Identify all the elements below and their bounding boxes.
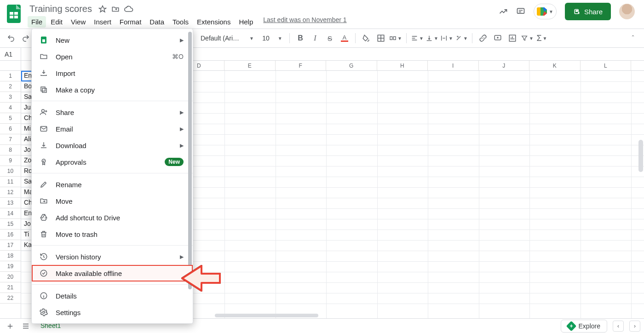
sheets-logo-icon[interactable] xyxy=(6,3,22,25)
collapse-toolbar-button[interactable]: ˆ xyxy=(627,32,639,45)
scroll-sheet-right[interactable]: › xyxy=(629,321,640,332)
redo-button[interactable] xyxy=(19,32,32,45)
file-menu-make-available-offline[interactable]: Make available offline xyxy=(32,265,193,281)
row-header-17[interactable]: 17 xyxy=(0,240,21,251)
insert-link-button[interactable] xyxy=(477,32,489,45)
font-family-select[interactable]: Default (Ari…▼ xyxy=(197,32,258,45)
menu-tools[interactable]: Tools xyxy=(169,16,192,28)
column-header-E[interactable]: E xyxy=(224,61,276,70)
row-header-1[interactable]: 1 xyxy=(0,71,21,81)
row-header-8[interactable]: 8 xyxy=(0,145,21,155)
row-headers[interactable]: 12345678910111213141516171819202122 xyxy=(0,71,21,318)
vertical-align-button[interactable]: ▼ xyxy=(426,32,438,45)
merge-cells-button[interactable]: ▼ xyxy=(389,32,402,45)
menu-help[interactable]: Help xyxy=(235,16,257,28)
row-header-15[interactable]: 15 xyxy=(0,219,21,230)
present-meet-button[interactable]: ▼ xyxy=(534,4,557,19)
move-icon[interactable] xyxy=(111,5,120,13)
file-menu-share[interactable]: Share▶ xyxy=(32,104,193,121)
select-all-corner[interactable] xyxy=(0,61,21,71)
bold-button[interactable]: B xyxy=(294,32,307,45)
row-header-16[interactable]: 16 xyxy=(0,230,21,240)
file-menu-details[interactable]: Details xyxy=(32,287,193,304)
file-menu-download[interactable]: Download▶ xyxy=(32,137,193,154)
column-header-G[interactable]: G xyxy=(326,61,377,70)
functions-button[interactable]: Σ▼ xyxy=(535,32,548,45)
menu-data[interactable]: Data xyxy=(146,16,168,28)
menu-format[interactable]: Format xyxy=(116,16,145,28)
menu-insert[interactable]: Insert xyxy=(90,16,115,28)
row-header-12[interactable]: 12 xyxy=(0,187,21,198)
horizontal-scrollbar-thumb[interactable] xyxy=(215,314,318,317)
file-menu-make-a-copy[interactable]: Make a copy xyxy=(32,81,193,98)
vertical-scrollbar[interactable] xyxy=(638,140,643,172)
file-menu-email[interactable]: Email▶ xyxy=(32,121,193,137)
italic-button[interactable]: I xyxy=(309,32,322,45)
file-menu-move-to-trash[interactable]: Move to trash xyxy=(32,226,193,242)
row-header-10[interactable]: 10 xyxy=(0,166,21,177)
file-menu-settings[interactable]: Settings xyxy=(32,304,193,321)
comments-icon[interactable] xyxy=(516,7,525,16)
column-header-F[interactable]: F xyxy=(276,61,327,70)
last-edit-link[interactable]: Last edit was on November 1 xyxy=(263,16,346,28)
row-header-9[interactable]: 9 xyxy=(0,155,21,166)
column-header-H[interactable]: H xyxy=(377,61,428,70)
file-menu-move[interactable]: Move xyxy=(32,193,193,209)
row-header-4[interactable]: 4 xyxy=(0,103,21,113)
column-header-K[interactable]: K xyxy=(529,61,581,70)
trend-line-icon[interactable] xyxy=(499,7,508,16)
file-menu-import[interactable]: Import xyxy=(32,65,193,81)
fill-color-button[interactable] xyxy=(360,32,373,45)
menu-view[interactable]: View xyxy=(67,16,89,28)
document-title[interactable]: Training scores xyxy=(28,3,94,15)
row-header-22[interactable]: 22 xyxy=(0,293,21,304)
scroll-sheet-left[interactable]: ‹ xyxy=(613,321,624,332)
text-rotation-button[interactable]: ▼ xyxy=(455,32,468,45)
insert-comment-button[interactable] xyxy=(491,32,504,45)
file-menu-new[interactable]: New▶ xyxy=(32,32,193,48)
undo-button[interactable] xyxy=(5,32,17,45)
all-sheets-button[interactable] xyxy=(19,320,32,333)
borders-button[interactable] xyxy=(374,32,387,45)
text-wrap-button[interactable]: ▼ xyxy=(440,32,453,45)
horizontal-align-button[interactable]: ▼ xyxy=(411,32,424,45)
row-header-7[interactable]: 7 xyxy=(0,134,21,145)
file-menu-rename[interactable]: Rename xyxy=(32,176,193,193)
file-menu-approvals[interactable]: ApprovalsNew xyxy=(32,154,193,170)
menu-item-label: Version history xyxy=(56,253,101,261)
file-menu-version-history[interactable]: Version history▶ xyxy=(32,248,193,265)
row-header-14[interactable]: 14 xyxy=(0,208,21,219)
strikethrough-button[interactable]: S xyxy=(323,32,336,45)
row-header-3[interactable]: 3 xyxy=(0,92,21,103)
row-header-20[interactable]: 20 xyxy=(0,272,21,282)
row-header-5[interactable]: 5 xyxy=(0,113,21,124)
column-header-L[interactable]: L xyxy=(581,61,632,70)
column-header-I[interactable]: I xyxy=(428,61,479,70)
row-header-2[interactable]: 2 xyxy=(0,81,21,92)
cloud-done-icon[interactable] xyxy=(124,5,133,14)
row-header-21[interactable]: 21 xyxy=(0,282,21,293)
submenu-arrow-icon: ▶ xyxy=(180,143,184,149)
column-header-J[interactable]: J xyxy=(479,61,530,70)
create-filter-button[interactable]: ▼ xyxy=(521,32,534,45)
file-menu-open[interactable]: Open⌘O xyxy=(32,48,193,65)
menu-file[interactable]: File xyxy=(28,16,46,28)
row-header-18[interactable]: 18 xyxy=(0,251,21,261)
row-header-19[interactable]: 19 xyxy=(0,261,21,272)
menu-extensions[interactable]: Extensions xyxy=(193,16,234,28)
share-button[interactable]: Share xyxy=(565,3,611,20)
name-box[interactable]: A1 xyxy=(0,48,21,60)
menu-item-label: Make a copy xyxy=(56,86,95,94)
row-header-11[interactable]: 11 xyxy=(0,177,21,187)
star-icon[interactable] xyxy=(98,5,107,13)
file-menu-add-shortcut-to-drive[interactable]: Add shortcut to Drive xyxy=(32,209,193,226)
font-size-select[interactable]: 10▼ xyxy=(259,32,285,45)
row-header-13[interactable]: 13 xyxy=(0,198,21,208)
add-sheet-button[interactable]: ＋ xyxy=(4,320,17,333)
insert-chart-button[interactable] xyxy=(506,32,519,45)
account-avatar[interactable] xyxy=(619,4,635,19)
text-color-button[interactable]: A xyxy=(338,32,351,45)
explore-button[interactable]: Explore xyxy=(561,320,607,333)
menu-edit[interactable]: Edit xyxy=(47,16,66,28)
row-header-6[interactable]: 6 xyxy=(0,124,21,134)
